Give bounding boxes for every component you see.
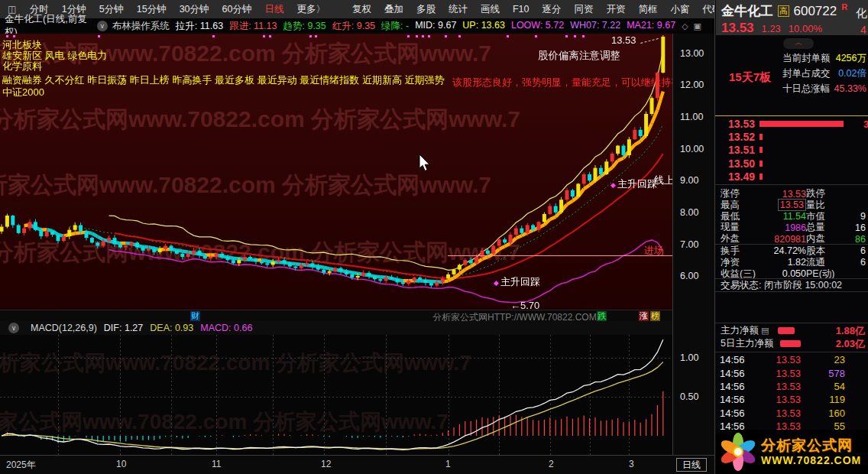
macd-indicator-name[interactable]: MACD(12,26,9)	[31, 323, 97, 333]
info-row-1: 封单占成交0.02倍	[782, 66, 866, 81]
macd-dif-value: DIF: 1.27	[104, 323, 143, 333]
annotation-text: 进场	[644, 245, 664, 256]
order-level-row[interactable]: 13.51	[715, 144, 868, 157]
price-axis-label: 9.00	[680, 175, 698, 186]
money-flow-label: 5日主力净额	[721, 337, 773, 350]
status-badge-跌[interactable]: 跌	[597, 311, 607, 321]
indicator-field-2: 趋势: 9.35	[283, 20, 326, 33]
annotation-deviation-warning: 股价偏离注意调整	[538, 49, 620, 63]
order-level-volume-bar	[760, 174, 763, 180]
concept-tag-line-4: 中证2000	[2, 86, 44, 99]
quote-value: 1986	[759, 222, 806, 233]
toolbar-item-15[interactable]: 同资	[568, 3, 600, 16]
toolbar-item-17[interactable]: 简框	[632, 3, 664, 16]
time-axis-label-5: 2	[549, 459, 554, 469]
info-row-value: 45.33%	[834, 83, 866, 94]
diamond-marker-icon: ◆	[494, 279, 499, 287]
collapse-button[interactable]: ︿	[783, 38, 814, 49]
list-icon[interactable]: ▤	[761, 326, 769, 336]
money-flow-value: 2.03亿	[836, 337, 865, 351]
macd-dea-value: DEA: 0.93	[150, 323, 193, 333]
toolbar-item-16[interactable]: 开资	[600, 3, 632, 16]
order-level-price: 13.50	[721, 157, 755, 170]
tick-row-3: 14:5613.53119	[715, 393, 868, 406]
logo-site-url[interactable]: WWW.70822.COM	[761, 454, 861, 466]
quote-grid-row-4: 外盘820981内盘86	[715, 232, 868, 244]
toolbar-item-11[interactable]: 统计	[442, 3, 474, 16]
high-badge: 高	[778, 5, 789, 17]
tick-time: 14:56	[720, 394, 756, 405]
toolbar-item-5[interactable]: 60分钟	[215, 3, 258, 16]
annotation-text: 股价偏离注意调整	[538, 50, 620, 61]
toolbar-item-3[interactable]: 15分钟	[130, 3, 173, 16]
edge-clipped-char: 化	[856, 6, 867, 21]
time-axis-label-4: 1	[445, 459, 451, 469]
chevron-down-icon[interactable]: ∨	[97, 21, 108, 31]
quote-grid-row-1: 最高13.53量比	[715, 199, 868, 210]
money-flow-row-0: 主力净额▤1.88亿	[715, 324, 868, 337]
toolbar-item-13[interactable]: F10	[506, 4, 536, 15]
price-axis-label: 12.00	[680, 80, 704, 90]
order-level-row[interactable]: 13.53	[715, 117, 868, 130]
flower-logo-icon	[718, 432, 758, 472]
indicator-field-8: WH07: 7.22	[570, 20, 620, 33]
toolbar-item-9[interactable]: 叠加	[377, 3, 410, 16]
order-level-volume-bar	[760, 161, 763, 167]
order-level-row[interactable]: 13.50	[715, 157, 868, 170]
main-chart-area[interactable]: 分析家公式网www.70822.com 分析家公式网www.7分析家公式网www…	[0, 34, 672, 310]
quote-value-clipped: 6	[841, 245, 866, 256]
status-badge-榜[interactable]: 榜	[650, 311, 660, 321]
toolbar-item-2[interactable]: 5分钟	[92, 3, 130, 16]
order-level-price: 13.49	[721, 170, 755, 183]
macd-pane[interactable]: 分析家公式网www.70822.com 分析家公式网www.7分析家公式网www…	[0, 335, 672, 455]
indicator-field-4: 绿降: -	[381, 20, 409, 33]
quote-label: 内盘	[806, 232, 841, 245]
quote-grid-row-5: 换手24.72%股本6	[715, 244, 868, 256]
price-axis: 13.0012.0011.0010.009.008.007.006.001.00…	[672, 34, 715, 455]
info-row-value: 4256万	[836, 52, 866, 65]
annotation-zhusheng-huicai-2: ◆主升回踩	[494, 275, 540, 289]
status-badge-涨[interactable]: 涨	[639, 311, 649, 321]
toolbar-item-8[interactable]: 复权	[345, 3, 377, 16]
price-axis-label: 11.00	[680, 112, 703, 122]
toolbar-item-10[interactable]: 多股	[410, 3, 442, 16]
info-row-2: 十日总涨幅45.33%	[782, 81, 866, 96]
limit-up-streak: 15天7板	[729, 70, 771, 85]
tick-row-1: 14:5613.53578	[715, 366, 868, 379]
time-axis-label-1: 10	[116, 459, 126, 469]
order-level-row[interactable]: 13.49	[715, 170, 868, 183]
price-axis-label: 10.00	[680, 144, 704, 154]
period-selector[interactable]: 日线	[676, 458, 707, 472]
last-price: 13.53	[721, 21, 754, 36]
margin-flag: R	[841, 2, 847, 11]
toolbar-item-12[interactable]: 画线	[474, 3, 506, 16]
toolbar-item-7[interactable]: 更多〉	[290, 3, 332, 16]
site-logo: 分析家公式网 WWW.70822.COM	[716, 430, 868, 474]
toolbar-item-4[interactable]: 30分钟	[173, 3, 215, 16]
stock-name: 金牛化工	[721, 2, 773, 20]
annotation-text: ←5.70	[510, 300, 539, 310]
indicator-corner-icons[interactable]: ◇▣	[682, 21, 707, 31]
order-level-row[interactable]: 13.52	[715, 130, 868, 143]
annotation-advice: 该股形态良好，强势明显，量能充足，可以继续持有	[452, 76, 672, 89]
chevron-down-icon[interactable]: ∨	[8, 323, 19, 333]
toolbar-item-14[interactable]: 逐分	[536, 3, 568, 16]
toolbar-item-18[interactable]: 小窗	[664, 3, 696, 16]
edge-clipped-number: 4	[860, 24, 866, 36]
annotation-text: 主升回踩	[500, 276, 540, 287]
money-flow-value: 1.88亿	[836, 324, 865, 338]
trade-status: 交易状态: 闭市阶段 15:00:02	[715, 278, 868, 292]
money-flow-bar-wrap	[778, 327, 827, 334]
status-badge-财[interactable]: 财	[190, 311, 200, 321]
macd-axis-label: 0.50	[680, 391, 698, 402]
annotation-text: 主升回踩	[617, 178, 657, 190]
tick-price: 13.53	[756, 381, 801, 392]
order-level-volume-bar	[760, 121, 844, 127]
info-row-0: 当前封单额4256万	[782, 50, 866, 66]
order-level-price: 13.51	[721, 144, 755, 156]
quote-value-clipped: 9	[841, 211, 866, 222]
macd-canvas[interactable]	[0, 335, 672, 455]
quote-value: 11.54	[759, 211, 806, 222]
logo-site-name[interactable]: 分析家公式网	[761, 437, 861, 454]
toolbar-item-6[interactable]: 日线	[258, 3, 290, 16]
